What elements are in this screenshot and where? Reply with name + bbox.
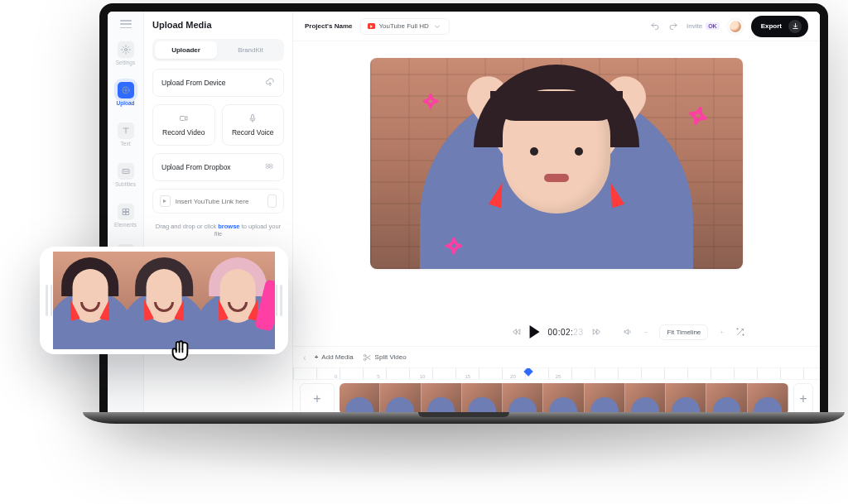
svg-rect-3 xyxy=(123,209,125,212)
ruler-mark: 10 xyxy=(420,374,426,379)
rail-subtitles[interactable]: Subtitles xyxy=(108,160,143,190)
ruler-mark: 20 xyxy=(510,374,516,379)
zoom-in[interactable]: + xyxy=(720,329,724,336)
append-clip-button[interactable]: + xyxy=(793,383,813,415)
clip-thumb xyxy=(201,252,275,349)
export-label: Export xyxy=(761,22,782,30)
timeline-ruler[interactable]: 0 5 10 15 20 25 xyxy=(293,367,820,379)
svg-rect-5 xyxy=(123,213,125,215)
clip-thumb xyxy=(53,252,127,349)
invite-label: Invite xyxy=(687,22,702,30)
volume-icon[interactable] xyxy=(623,327,633,337)
browse-link[interactable]: browse xyxy=(218,223,239,230)
preset-label: YouTube Full HD xyxy=(378,22,428,30)
youtube-badge-icon xyxy=(368,23,375,29)
playback-controls: 00:02:23 − Fit Timeline + xyxy=(293,318,820,346)
youtube-icon xyxy=(160,195,171,207)
youtube-link-input-wrap xyxy=(152,189,284,214)
grab-cursor-icon xyxy=(166,335,194,363)
ruler-mark: 15 xyxy=(465,374,470,379)
timecode: 00:02:23 xyxy=(548,328,584,337)
play-button[interactable] xyxy=(530,325,540,338)
subtitles-icon xyxy=(118,163,134,180)
menu-icon[interactable] xyxy=(120,20,132,28)
floating-clip-selection[interactable] xyxy=(40,247,288,354)
left-rail: Settings Upload Text Subtitles Elements … xyxy=(108,12,144,417)
preview-area xyxy=(293,41,820,318)
youtube-link-input[interactable] xyxy=(176,198,263,205)
export-button[interactable]: Export xyxy=(751,16,808,37)
topbar: Project's Name YouTube Full HD Invite OK… xyxy=(293,12,820,41)
panel-tabs: Uploader BrandKit xyxy=(152,39,284,61)
rail-label: Upload xyxy=(116,100,134,106)
gear-icon xyxy=(118,41,134,58)
camera-icon xyxy=(179,113,189,123)
timeline-tools: ‹ +Add Media Split Video xyxy=(293,346,820,367)
undo-icon[interactable] xyxy=(650,22,660,31)
rail-label: Text xyxy=(121,141,131,146)
chevron-down-icon xyxy=(432,22,442,31)
svg-point-0 xyxy=(124,49,127,51)
rail-label: Elements xyxy=(114,222,137,228)
paste-icon[interactable] xyxy=(267,194,277,208)
upload-from-dropbox[interactable]: Upload From Dropbox xyxy=(152,153,284,181)
trim-handle-right[interactable] xyxy=(275,252,283,349)
svg-rect-10 xyxy=(180,117,185,121)
playhead[interactable] xyxy=(525,368,532,375)
sparkle-icon xyxy=(442,237,466,261)
panel-title: Upload Media xyxy=(152,20,284,30)
magic-icon[interactable] xyxy=(735,327,745,337)
download-icon xyxy=(788,20,802,33)
ruler-mark: 5 xyxy=(377,374,379,379)
rail-label: Subtitles xyxy=(115,181,136,187)
project-name[interactable]: Project's Name xyxy=(305,22,352,30)
preset-selector[interactable]: YouTube Full HD xyxy=(360,18,449,35)
record-voice[interactable]: Record Voice xyxy=(222,104,285,146)
cloud-upload-icon xyxy=(265,78,275,88)
svg-rect-11 xyxy=(252,115,254,120)
sparkle-icon xyxy=(420,93,441,114)
split-label: Split Video xyxy=(375,353,407,361)
record-video[interactable]: Record Video xyxy=(152,104,215,146)
ruler-mark: 0 xyxy=(335,374,337,379)
record-voice-label: Record Voice xyxy=(232,128,274,137)
redo-icon[interactable] xyxy=(668,22,678,31)
add-clip-button[interactable]: + xyxy=(300,383,335,415)
trim-handle-left[interactable] xyxy=(45,252,53,349)
tab-brandkit[interactable]: BrandKit xyxy=(219,41,282,59)
svg-rect-6 xyxy=(126,213,128,215)
scissors-icon xyxy=(362,353,372,362)
upload-dropbox-label: Upload From Dropbox xyxy=(161,163,231,171)
split-video-button[interactable]: Split Video xyxy=(362,353,407,362)
ruler-mark: 25 xyxy=(556,374,561,379)
zoom-out[interactable]: − xyxy=(644,329,648,336)
collapse-icon[interactable]: ‹ xyxy=(303,353,306,362)
invite-button[interactable]: Invite OK xyxy=(687,22,720,30)
rail-upload[interactable]: Upload xyxy=(108,79,143,109)
rail-elements[interactable]: Elements xyxy=(108,200,143,231)
record-video-label: Record Video xyxy=(162,128,205,137)
invite-tag: OK xyxy=(706,22,720,30)
add-media-button[interactable]: +Add Media xyxy=(315,353,354,361)
forward-icon[interactable] xyxy=(591,327,601,337)
upload-device-label: Upload From Device xyxy=(161,79,225,87)
user-avatar[interactable] xyxy=(728,19,743,34)
dropbox-icon xyxy=(265,162,275,172)
video-editor-app: Settings Upload Text Subtitles Elements … xyxy=(108,12,820,417)
rail-text[interactable]: Text xyxy=(108,119,143,150)
fit-label: Fit Timeline xyxy=(667,329,701,336)
elements-icon xyxy=(118,204,134,220)
main-area: Project's Name YouTube Full HD Invite OK… xyxy=(293,12,820,417)
svg-rect-4 xyxy=(126,209,128,212)
tab-uploader[interactable]: Uploader xyxy=(155,41,217,59)
rail-settings[interactable]: Settings xyxy=(108,38,143,69)
upload-from-device[interactable]: Upload From Device xyxy=(152,69,284,97)
upload-hint: Drag and drop or click browse to upload … xyxy=(152,223,284,238)
video-clip[interactable] xyxy=(340,383,788,415)
rewind-icon[interactable] xyxy=(512,327,522,337)
upload-icon xyxy=(118,82,134,98)
mic-icon xyxy=(248,113,258,123)
add-media-label: Add Media xyxy=(321,353,353,361)
preview-canvas[interactable] xyxy=(370,58,743,269)
fit-timeline[interactable]: Fit Timeline xyxy=(659,324,708,340)
